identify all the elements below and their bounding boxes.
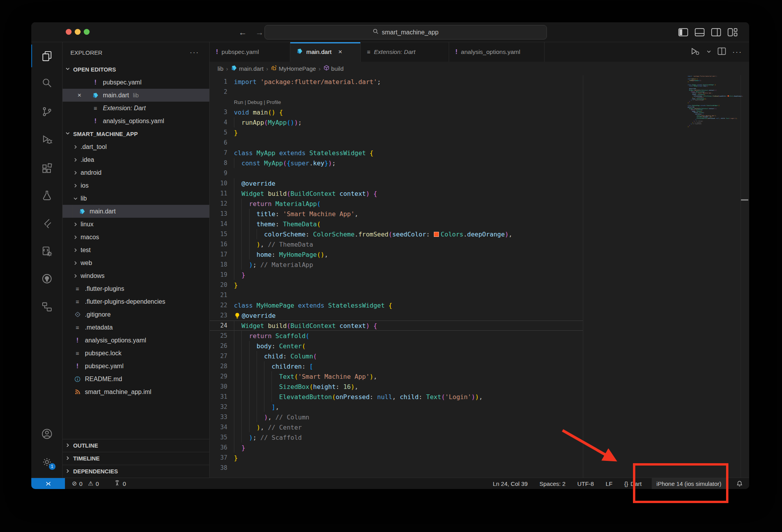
tree-item[interactable]: windows <box>63 269 209 282</box>
status-bar: ⊘ 0 ⚠ 0 0 Ln 24, Col 39 Spaces: 2 UTF-8 … <box>31 478 749 489</box>
codelens-run-debug-profile[interactable]: Run | Debug | Profile <box>234 99 281 105</box>
tab-main-dart[interactable]: main.dart× <box>290 42 361 62</box>
cursor-position-status[interactable]: Ln 24, Col 39 <box>491 478 529 489</box>
language-mode-status[interactable]: {} Dart <box>623 478 643 489</box>
editor-group: !pubspec.yamlmain.dart×≡Extension: Dart!… <box>210 42 749 478</box>
breadcrumb-separator-icon: › <box>226 65 228 72</box>
section-dependencies[interactable]: DEPENDENCIES <box>63 465 209 478</box>
command-center-search[interactable]: smart_machine_app <box>264 25 547 39</box>
activity-testing-icon[interactable] <box>31 184 63 207</box>
close-editor-icon[interactable]: × <box>77 91 91 99</box>
activity-github-icon[interactable] <box>31 267 63 290</box>
activity-account-icon[interactable] <box>31 423 63 445</box>
close-window-button[interactable] <box>66 29 72 35</box>
braces-icon: {} <box>624 480 628 487</box>
open-editor-item[interactable]: !pubspec.yaml <box>63 76 209 89</box>
encoding-status[interactable]: UTF-8 <box>576 478 596 489</box>
activity-files-icon[interactable] <box>31 45 63 67</box>
tree-item[interactable]: macos <box>63 231 209 244</box>
tree-item[interactable]: .gitignore <box>63 308 209 321</box>
open-editor-label: pubspec.yaml <box>103 79 142 86</box>
open-editor-item[interactable]: !analysis_options.yaml <box>63 115 209 127</box>
tab-pubspec-yaml[interactable]: !pubspec.yaml <box>210 42 290 62</box>
tree-item[interactable]: .dart_tool <box>63 140 209 153</box>
code-line: 10 @override <box>210 178 749 188</box>
activity-remote-explorer-icon[interactable] <box>31 296 63 318</box>
tree-item[interactable]: main.dart <box>63 205 209 218</box>
breadcrumb-item[interactable]: build <box>324 65 344 72</box>
indentation-status[interactable]: Spaces: 2 <box>538 478 567 489</box>
minimap[interactable]: import 'package:flutter/material.dart';v… <box>688 76 739 129</box>
indent-guide <box>241 260 242 270</box>
close-tab-icon[interactable]: × <box>338 48 342 56</box>
customize-layout-icon[interactable] <box>728 28 737 36</box>
line-number: 33 <box>210 414 234 421</box>
code-editor[interactable]: 1import 'package:flutter/material.dart';… <box>210 75 749 478</box>
activity-file-settings-icon[interactable] <box>31 240 63 263</box>
section-open-editors[interactable]: OPEN EDITORS <box>63 63 209 76</box>
eol-status[interactable]: LF <box>604 478 614 489</box>
chevron-right-icon <box>73 170 81 176</box>
tree-item[interactable]: README.md <box>63 373 209 385</box>
remote-indicator[interactable] <box>31 478 65 489</box>
activity-flutter-icon[interactable] <box>31 212 63 235</box>
explorer-sidebar: EXPLORER ··· OPEN EDITORS !pubspec.yaml×… <box>63 42 210 478</box>
code-line: 8 const MyApp({super.key}); <box>210 158 749 168</box>
run-or-debug-icon[interactable] <box>690 47 700 57</box>
zoom-window-button[interactable] <box>84 29 90 35</box>
indent-guide <box>257 361 257 371</box>
ports-status[interactable]: 0 <box>112 478 128 489</box>
toggle-secondary-sidebar-icon[interactable] <box>711 28 721 36</box>
breadcrumb-item[interactable]: main.dart <box>231 65 264 72</box>
activity-source-control-icon[interactable] <box>31 100 63 123</box>
tree-item[interactable]: android <box>63 166 209 179</box>
activity-search-icon[interactable] <box>31 72 63 94</box>
activity-extensions-icon[interactable] <box>31 157 63 179</box>
line-number: 6 <box>210 139 234 146</box>
code-line: 5} <box>210 127 749 138</box>
go-forward-icon[interactable]: → <box>255 28 264 37</box>
git-icon <box>73 312 82 317</box>
minimize-window-button[interactable] <box>75 29 81 35</box>
tree-item[interactable]: .idea <box>63 153 209 166</box>
go-back-icon[interactable]: ← <box>239 28 247 37</box>
settings-badge: 1 <box>49 463 56 470</box>
tree-item[interactable]: !analysis_options.yaml <box>63 334 209 347</box>
section-project[interactable]: SMART_MACHINE_APP <box>63 127 209 140</box>
line-number: 25 <box>210 332 234 339</box>
breadcrumb-item[interactable]: MyHomePage <box>271 65 316 72</box>
activity-run-and-debug-icon[interactable] <box>31 128 63 151</box>
tree-item[interactable]: test <box>63 244 209 256</box>
activity-settings-gear-icon[interactable]: 1 <box>31 451 63 473</box>
more-actions-icon[interactable]: ··· <box>732 48 742 56</box>
section-outline[interactable]: OUTLINE <box>63 439 209 452</box>
tree-item[interactable]: ≡.metadata <box>63 321 209 334</box>
open-editor-item[interactable]: ≡Extension: Dart <box>63 102 209 115</box>
explorer-more-actions-icon[interactable]: ··· <box>190 42 199 63</box>
split-editor-icon[interactable] <box>717 47 726 57</box>
indent-guide <box>234 199 234 209</box>
tree-item[interactable]: smart_machine_app.iml <box>63 385 209 398</box>
tree-item[interactable]: lib <box>63 192 209 205</box>
chevron-down-icon[interactable] <box>706 48 711 56</box>
tree-item-label: lib <box>81 195 87 202</box>
problems-status[interactable]: ⊘ 0 ⚠ 0 <box>70 478 101 489</box>
tab-extension-dart[interactable]: ≡Extension: Dart <box>361 42 449 62</box>
indent-guide <box>234 402 234 412</box>
tree-item[interactable]: web <box>63 256 209 269</box>
toggle-panel-icon[interactable] <box>695 28 705 36</box>
breadcrumb-item[interactable]: lib <box>218 65 223 72</box>
toggle-primary-sidebar-icon[interactable] <box>678 28 688 36</box>
tree-item[interactable]: ≡.flutter-plugins-dependencies <box>63 295 209 308</box>
lightbulb-icon[interactable] <box>234 312 241 319</box>
tree-item[interactable]: ios <box>63 179 209 192</box>
tree-item[interactable]: ≡.flutter-plugins <box>63 282 209 295</box>
tree-item[interactable]: ≡pubspec.lock <box>63 347 209 360</box>
notifications-bell-icon[interactable] <box>735 478 744 489</box>
tree-item[interactable]: linux <box>63 218 209 231</box>
tree-item[interactable]: !pubspec.yaml <box>63 360 209 373</box>
device-selector-status[interactable]: iPhone 14 (ios simulator) <box>652 478 726 489</box>
section-timeline[interactable]: TIMELINE <box>63 452 209 465</box>
tab-analysis-options-yaml[interactable]: !analysis_options.yaml <box>449 42 545 62</box>
open-editor-item[interactable]: ×main.dartlib <box>63 89 209 102</box>
